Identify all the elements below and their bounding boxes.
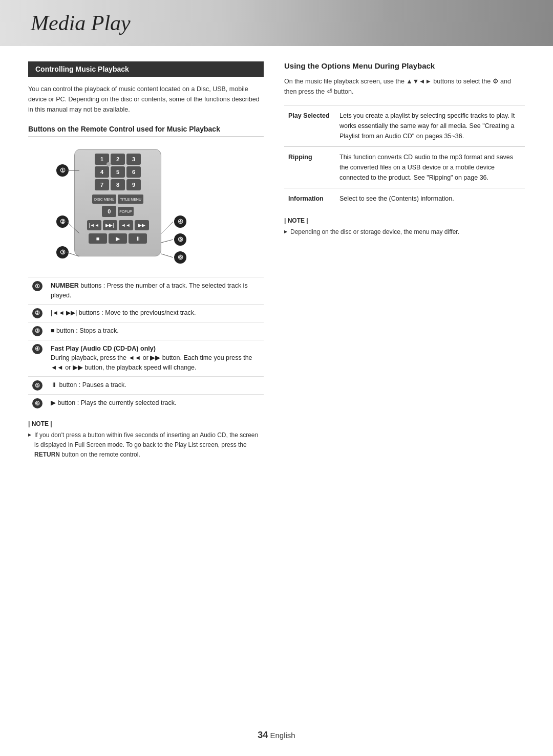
special-buttons-row: DISC MENU TITLE MENU (92, 195, 143, 204)
callout-5: ⑤ (174, 233, 186, 246)
row-desc-6: ▶ button : Plays the currently selected … (47, 394, 264, 412)
options-intro: On the music file playback screen, use t… (284, 76, 525, 97)
btn-3[interactable]: 3 (126, 154, 141, 165)
callout-4: ④ (174, 215, 186, 228)
row-desc-4: Fast Play (Audio CD (CD-DA) only) During… (47, 340, 264, 376)
row-num-2: ② (28, 304, 47, 322)
btn-9[interactable]: 9 (126, 179, 141, 190)
page-footer: 34 English (0, 730, 553, 741)
ffwd-btn[interactable]: ▶▶ (135, 220, 149, 230)
option-desc-information: Select to see the (Contents) information… (335, 188, 525, 209)
option-label-play-selected: Play Selected (284, 105, 335, 147)
row-num-1: ① (28, 277, 47, 305)
row-desc-1: NUMBER buttons : Press the number of a t… (47, 277, 264, 305)
btn-7[interactable]: 7 (95, 179, 109, 190)
option-label-ripping: Ripping (284, 147, 335, 188)
option-label-information: Information (284, 188, 335, 209)
right-note-label: | NOTE | (284, 217, 525, 224)
table-row: ⑥ ▶ button : Plays the currently selecte… (28, 394, 264, 412)
options-row-ripping: Ripping This function converts CD audio … (284, 147, 525, 188)
btn-5[interactable]: 5 (111, 166, 125, 178)
table-row: ① NUMBER buttons : Press the number of a… (28, 277, 264, 305)
footer-language: English (270, 731, 295, 740)
row-num-6: ⑥ (28, 394, 47, 412)
note-label: | NOTE | (28, 420, 264, 427)
prev-btn[interactable]: |◄◄ (87, 220, 101, 230)
table-row: ② |◄◄ ▶▶| buttons : Move to the previous… (28, 304, 264, 322)
remote-body: 1 2 3 4 5 6 7 8 9 DISC MENU TITLE ME (74, 149, 161, 256)
row-desc-2: |◄◄ ▶▶| buttons : Move to the previous/n… (47, 304, 264, 322)
row-num-4: ④ (28, 340, 47, 376)
option-desc-play-selected: Lets you create a playlist by selecting … (335, 105, 525, 147)
description-table: ① NUMBER buttons : Press the number of a… (28, 277, 264, 412)
zero-popup-row: 0 POPUP (102, 206, 134, 217)
play-stop-pause-row: ■ ▶ ⏸ (89, 233, 147, 244)
title-menu-btn[interactable]: TITLE MENU (118, 195, 143, 204)
page-number: 34 (258, 730, 268, 740)
right-column: Using the Options Menu During Playback O… (284, 61, 525, 460)
callout-2: ② (56, 215, 69, 228)
right-note-text: Depending on the disc or storage device,… (284, 227, 525, 237)
rewind-btn[interactable]: ◄◄ (119, 220, 133, 230)
popup-btn[interactable]: POPUP (118, 207, 134, 216)
next-btn[interactable]: ▶▶| (103, 220, 117, 230)
play-btn[interactable]: ▶ (109, 233, 127, 244)
table-row: ③ ■ button : Stops a track. (28, 322, 264, 340)
svg-line-5 (161, 254, 173, 257)
remote-diagram: 1 2 3 4 5 6 7 8 9 DISC MENU TITLE ME (28, 144, 264, 272)
callout-3: ③ (56, 246, 69, 258)
pause-btn[interactable]: ⏸ (129, 233, 147, 244)
table-row: ④ Fast Play (Audio CD (CD-DA) only) Duri… (28, 340, 264, 376)
row-num-5: ⑤ (28, 376, 47, 394)
disc-menu-btn[interactable]: DISC MENU (92, 195, 116, 204)
row-num-3: ③ (28, 322, 47, 340)
right-section-title: Using the Options Menu During Playback (284, 61, 525, 70)
right-note: | NOTE | Depending on the disc or storag… (284, 217, 525, 237)
callout-1: ① (56, 164, 69, 177)
option-desc-ripping: This function converts CD audio to the m… (335, 147, 525, 188)
row-desc-3: ■ button : Stops a track. (47, 322, 264, 340)
section-heading: Controlling Music Playback (28, 61, 264, 77)
row-desc-5: ⏸ button : Pauses a track. (47, 376, 264, 394)
header-bar: Media Play (0, 0, 553, 46)
intro-text: You can control the playback of music co… (28, 84, 264, 115)
options-table: Play Selected Lets you create a playlist… (284, 105, 525, 209)
left-column: Controlling Music Playback You can contr… (28, 61, 264, 460)
options-row-play-selected: Play Selected Lets you create a playlist… (284, 105, 525, 147)
svg-line-4 (161, 240, 173, 243)
svg-line-3 (161, 222, 173, 233)
options-row-information: Information Select to see the (Contents)… (284, 188, 525, 209)
note-box: | NOTE | If you don't press a button wit… (28, 420, 264, 460)
btn-8[interactable]: 8 (111, 179, 125, 190)
subsection-title: Buttons on the Remote Control used for M… (28, 125, 264, 137)
btn-0[interactable]: 0 (102, 206, 116, 217)
btn-4[interactable]: 4 (95, 166, 109, 178)
content-wrapper: Controlling Music Playback You can contr… (0, 46, 553, 475)
stop-btn[interactable]: ■ (89, 233, 107, 244)
btn-2[interactable]: 2 (111, 154, 125, 165)
callout-6: ⑥ (174, 251, 186, 264)
page-title: Media Play (31, 11, 131, 35)
btn-6[interactable]: 6 (126, 166, 141, 178)
transport-row: |◄◄ ▶▶| ◄◄ ▶▶ (87, 220, 149, 230)
fast-play-label: Fast Play (Audio CD (CD-DA) only) (51, 344, 260, 354)
remote-number-grid: 1 2 3 4 5 6 7 8 9 (95, 154, 141, 190)
table-row: ⑤ ⏸ button : Pauses a track. (28, 376, 264, 394)
note-text: If you don't press a button within five … (28, 430, 264, 460)
